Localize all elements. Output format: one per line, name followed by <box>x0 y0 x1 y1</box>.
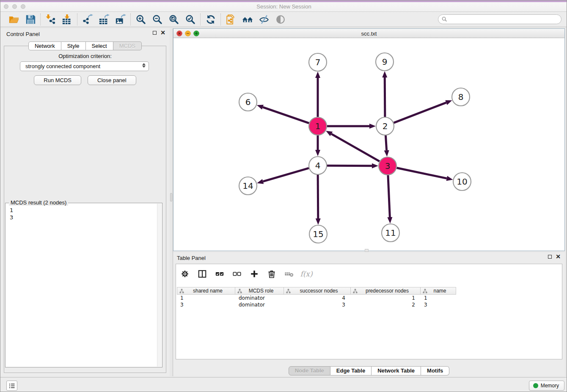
select-stepper-icon <box>142 63 146 68</box>
search-field-wrap <box>438 14 561 24</box>
node-label-14: 14 <box>242 181 253 191</box>
table-cell[interactable]: 1 <box>177 295 235 301</box>
node-label-7: 7 <box>315 57 321 67</box>
close-table-panel-icon[interactable]: ✕ <box>556 255 561 259</box>
network-frame-title: scc.txt <box>173 30 564 37</box>
edge-3-10[interactable] <box>397 168 447 179</box>
zoom-fit-icon[interactable] <box>168 14 179 25</box>
table-cell[interactable]: 2 <box>351 301 421 308</box>
tab-network[interactable]: Network <box>28 41 61 50</box>
network-overview-icon[interactable] <box>242 14 253 25</box>
float-panel-icon[interactable] <box>153 31 157 35</box>
edge-1-6[interactable] <box>263 107 309 123</box>
table-panel-header: Table Panel ✕ <box>173 252 565 263</box>
table-cell[interactable]: 1 <box>421 295 456 301</box>
column-header-shared-name[interactable]: shared name <box>177 287 235 295</box>
node-label-10: 10 <box>457 177 467 187</box>
cytoscape-window: { "window": { "title": "Session: New Ses… <box>0 0 567 392</box>
edge-4-3[interactable] <box>327 166 372 166</box>
table-cell[interactable]: 3 <box>421 301 456 308</box>
node-label-4: 4 <box>315 160 321 171</box>
edge-2-9[interactable] <box>385 77 385 117</box>
gear-icon[interactable] <box>179 268 190 279</box>
control-panel: Control Panel ✕ NetworkStyleSelectMCDS O… <box>0 28 170 376</box>
criterion-select[interactable]: strongly connected component <box>20 61 149 71</box>
export-table-icon[interactable] <box>98 14 110 25</box>
window-title: Session: New Session <box>0 3 567 10</box>
add-icon[interactable] <box>249 268 260 279</box>
table-cell[interactable]: dominator <box>235 301 284 308</box>
edge-2-8[interactable] <box>394 102 446 123</box>
export-image-icon[interactable] <box>115 14 126 25</box>
edge-3-1[interactable] <box>331 134 380 161</box>
result-scrollbar[interactable] <box>157 204 162 367</box>
import-network-icon[interactable] <box>45 14 56 25</box>
table-row[interactable]: 1dominator411 <box>177 295 561 301</box>
task-history-button[interactable] <box>6 381 17 391</box>
network-graph: 7968124314101511 <box>173 38 564 251</box>
column-header-successor-nodes[interactable]: successor nodes <box>284 287 351 295</box>
mcds-result-title: MCDS result (2 nodes) <box>9 199 68 206</box>
close-panel-button[interactable]: Close panel <box>88 75 136 85</box>
tab-node-table[interactable]: Node Table <box>289 366 330 375</box>
table-cell[interactable]: 4 <box>284 295 351 301</box>
mcds-result-text[interactable]: 1 3 <box>10 207 13 221</box>
tab-style[interactable]: Style <box>61 41 86 50</box>
column-header-name[interactable]: name <box>421 287 456 295</box>
toolbar-group <box>201 14 220 25</box>
tab-mcds[interactable]: MCDS <box>113 41 142 50</box>
tab-select[interactable]: Select <box>86 41 113 50</box>
toolbar-group <box>4 14 40 25</box>
zoom-out-icon[interactable] <box>151 14 163 25</box>
clone-network-icon[interactable] <box>225 14 237 25</box>
table-row[interactable]: 3dominator323 <box>177 301 561 308</box>
import-table-icon[interactable] <box>61 14 73 25</box>
run-mcds-button[interactable]: Run MCDS <box>34 75 81 85</box>
open-session-icon[interactable] <box>8 14 19 25</box>
node-label-11: 11 <box>385 228 396 238</box>
edge-4-15[interactable] <box>318 175 318 218</box>
memory-button[interactable]: Memory <box>529 381 564 391</box>
save-session-icon[interactable] <box>25 14 36 25</box>
node-label-9: 9 <box>382 57 388 67</box>
edge-4-14[interactable] <box>263 168 309 182</box>
edge-3-11[interactable] <box>388 175 390 217</box>
table-panel-title: Table Panel <box>177 255 206 261</box>
memory-status-icon <box>533 383 538 388</box>
table-cell[interactable]: 3 <box>284 301 351 308</box>
table-cell[interactable]: 3 <box>177 301 235 308</box>
horizontal-splitter-grip[interactable] <box>365 249 369 252</box>
edge-2-3[interactable] <box>385 135 386 150</box>
export-network-icon[interactable] <box>82 14 93 25</box>
search-input[interactable] <box>438 14 561 24</box>
status-bar: Memory <box>0 377 567 392</box>
close-panel-icon[interactable]: ✕ <box>160 31 165 35</box>
splitter-grip[interactable] <box>170 193 172 202</box>
node-label-6: 6 <box>245 97 251 107</box>
delete-column-icon <box>284 268 295 279</box>
list-icon <box>8 382 16 389</box>
network-frame-titlebar[interactable]: scc.txt <box>173 29 564 38</box>
float-table-panel-icon[interactable] <box>548 255 552 259</box>
zoom-in-icon[interactable] <box>135 14 146 25</box>
vertical-splitter[interactable] <box>170 28 173 376</box>
toggle-styles-icon[interactable] <box>258 14 270 25</box>
column-label: successor nodes <box>293 288 350 294</box>
deselect-all-icon[interactable] <box>231 268 242 279</box>
table-cell[interactable]: 1 <box>351 295 421 301</box>
tab-motifs[interactable]: Motifs <box>421 366 449 375</box>
select-all-icon[interactable] <box>214 268 225 279</box>
tab-edge-table[interactable]: Edge Table <box>330 366 372 375</box>
columns-icon[interactable] <box>197 268 208 279</box>
refresh-icon[interactable] <box>205 14 216 25</box>
node-label-8: 8 <box>458 92 464 102</box>
column-header-predecessor-nodes[interactable]: predecessor nodes <box>351 287 421 295</box>
optimization-criterion-label: Optimization criterion: <box>4 53 166 59</box>
node-table-box: f(x) shared nameMCDS rolesuccessor nodes… <box>176 264 562 359</box>
zoom-selected-icon[interactable] <box>184 14 196 25</box>
table-cell[interactable]: dominator <box>235 295 284 301</box>
column-header-MCDS-role[interactable]: MCDS role <box>235 287 284 295</box>
trash-icon[interactable] <box>266 268 277 279</box>
network-canvas[interactable]: 7968124314101511 <box>173 38 564 251</box>
tab-network-table[interactable]: Network Table <box>372 366 421 375</box>
